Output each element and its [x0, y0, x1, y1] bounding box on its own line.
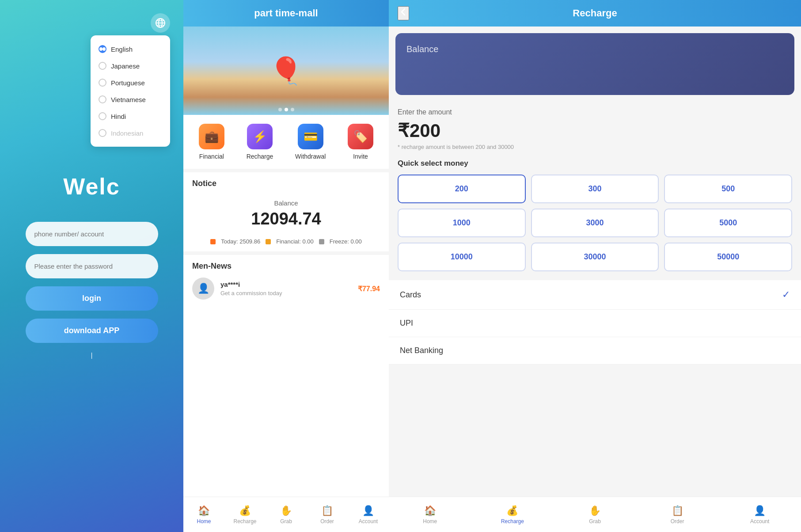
password-input[interactable] — [26, 254, 158, 278]
right-recharge-icon: 💰 — [506, 505, 518, 517]
lang-vietnamese-label: Vietnamese — [111, 96, 146, 103]
amount-btn-5000[interactable]: 5000 — [664, 209, 792, 237]
payment-net-banking[interactable]: Net Banking — [389, 337, 801, 365]
notice-section: Notice Balance 12094.74 Today: 2509.86 F… — [183, 172, 389, 251]
balance-stats: Today: 2509.86 Financial: 0.00 Freeze: 0… — [192, 238, 380, 245]
phone-input[interactable] — [26, 222, 158, 246]
today-dot — [210, 239, 216, 244]
banner: 🎈 — [183, 27, 389, 115]
balance-section: Balance 12094.74 — [192, 195, 380, 238]
quick-select-grid: 200 300 500 1000 3000 5000 10000 30000 5… — [389, 172, 801, 278]
login-button[interactable]: login — [26, 286, 158, 311]
lang-japanese[interactable]: Japanese — [91, 57, 170, 74]
right-account-label: Account — [750, 518, 769, 524]
banner-dot-2 — [285, 108, 288, 111]
recharge-nav-icon: 💰 — [239, 505, 251, 517]
right-nav-order[interactable]: 📋 Order — [636, 505, 719, 524]
lang-portuguese[interactable]: Portuguese — [91, 74, 170, 91]
right-nav-account[interactable]: 👤 Account — [718, 505, 801, 524]
right-recharge-label: Recharge — [501, 518, 524, 524]
net-banking-label: Net Banking — [400, 346, 443, 355]
lang-hindi-radio — [99, 112, 106, 120]
withdrawal-icon: 💳 — [298, 124, 323, 149]
menu-icons-section: 💼 Financial ⚡ Recharge 💳 Withdrawal 🏷️ I… — [183, 115, 389, 169]
right-bottom-nav: 🏠 Home 💰 Recharge ✋ Grab 📋 Order 👤 Accou… — [389, 497, 801, 532]
amount-hint: * recharge amount is between 200 and 300… — [389, 144, 801, 155]
today-stat: Today: 2509.86 — [221, 238, 260, 245]
banner-scene: 🎈 — [183, 27, 389, 115]
lang-japanese-radio — [99, 62, 106, 70]
right-home-icon: 🏠 — [424, 505, 436, 517]
globe-button[interactable] — [151, 13, 170, 33]
amount-btn-500[interactable]: 500 — [664, 175, 792, 203]
right-grab-label: Grab — [589, 518, 601, 524]
language-dropdown: English Japanese Portuguese Vietnamese H… — [91, 35, 170, 147]
nav-account[interactable]: 👤 Account — [348, 505, 389, 524]
right-nav-recharge[interactable]: 💰 Recharge — [471, 505, 554, 524]
right-home-label: Home — [423, 518, 437, 524]
lang-english-radio — [99, 45, 106, 53]
quick-select-title: Quick select money — [389, 155, 801, 172]
lang-indonesian-radio — [99, 129, 106, 137]
recharge-panel: Recharge Balance Enter the amount ₹200 *… — [389, 0, 801, 532]
back-button[interactable] — [398, 6, 409, 20]
lang-portuguese-radio — [99, 79, 106, 87]
right-account-icon: 👤 — [754, 505, 766, 517]
main-panel: part time-mall 🎈 💼 Financial ⚡ Recharge … — [183, 0, 389, 532]
payment-cards[interactable]: Cards ✓ — [389, 280, 801, 310]
grab-label: Grab — [280, 518, 292, 524]
lang-hindi-label: Hindi — [111, 113, 126, 120]
lang-hindi[interactable]: Hindi — [91, 108, 170, 125]
amount-btn-200[interactable]: 200 — [398, 175, 526, 203]
nav-home[interactable]: 🏠 Home — [183, 505, 224, 524]
recharge-nav-label: Recharge — [233, 518, 256, 524]
news-avatar: 👤 — [192, 277, 214, 300]
men-news-title: Men-News — [192, 262, 380, 271]
balance-amount: 12094.74 — [192, 209, 380, 228]
amount-btn-1000[interactable]: 1000 — [398, 209, 526, 237]
financial-icon: 💼 — [199, 124, 224, 149]
lang-portuguese-label: Portuguese — [111, 79, 145, 87]
lang-vietnamese-radio — [99, 95, 106, 103]
right-nav-grab[interactable]: ✋ Grab — [554, 505, 636, 524]
banner-dot-1 — [278, 108, 282, 111]
grab-icon: ✋ — [280, 505, 292, 517]
lang-japanese-label: Japanese — [111, 62, 140, 70]
amount-btn-3000[interactable]: 3000 — [531, 209, 659, 237]
amount-btn-50000[interactable]: 50000 — [664, 243, 792, 271]
main-title: part time-mall — [254, 8, 318, 19]
nav-order[interactable]: 📋 Order — [307, 505, 348, 524]
invite-menu-item[interactable]: 🏷️ Invite — [348, 124, 373, 160]
amount-label: Enter the amount — [398, 108, 792, 116]
financial-menu-item[interactable]: 💼 Financial — [199, 124, 224, 160]
lang-indonesian[interactable]: Indonesian — [91, 125, 170, 141]
nav-recharge[interactable]: 💰 Recharge — [224, 505, 266, 524]
recharge-title: Recharge — [573, 8, 617, 19]
lang-vietnamese[interactable]: Vietnamese — [91, 91, 170, 108]
recharge-menu-item[interactable]: ⚡ Recharge — [247, 124, 273, 160]
withdrawal-label: Withdrawal — [295, 153, 326, 160]
nav-grab[interactable]: ✋ Grab — [266, 505, 307, 524]
financial-stat: Financial: 0.00 — [276, 238, 314, 245]
account-label: Account — [359, 518, 378, 524]
payment-upi[interactable]: UPI — [389, 310, 801, 337]
right-nav-home[interactable]: 🏠 Home — [389, 505, 471, 524]
amount-btn-300[interactable]: 300 — [531, 175, 659, 203]
home-label: Home — [197, 518, 211, 524]
invite-icon: 🏷️ — [348, 124, 373, 149]
recharge-content: Balance Enter the amount ₹200 * recharge… — [389, 27, 801, 532]
men-news-section: Men-News 👤 ya****i Get a commission toda… — [183, 255, 389, 532]
news-description: Get a commission today — [220, 290, 352, 296]
lang-english[interactable]: English — [91, 41, 170, 57]
lang-english-label: English — [111, 46, 133, 53]
banner-dots — [278, 108, 294, 111]
amount-value: ₹200 — [398, 120, 792, 141]
withdrawal-menu-item[interactable]: 💳 Withdrawal — [295, 124, 326, 160]
amount-section: Enter the amount ₹200 — [389, 102, 801, 144]
amount-btn-30000[interactable]: 30000 — [531, 243, 659, 271]
amount-btn-10000[interactable]: 10000 — [398, 243, 526, 271]
news-amount: ₹77.94 — [358, 285, 380, 293]
news-content: ya****i Get a commission today — [220, 281, 352, 296]
recharge-icon: ⚡ — [247, 124, 273, 149]
download-button[interactable]: download APP — [26, 319, 158, 343]
